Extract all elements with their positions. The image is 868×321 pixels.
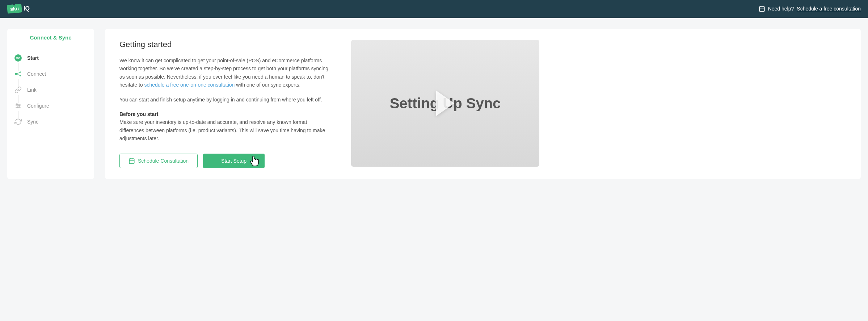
main-content: Getting started We know it can get compl… [105,29,861,179]
step-label: Configure [27,103,49,109]
step-label: Start [27,55,39,61]
svg-rect-15 [129,159,134,164]
sync-icon [14,118,22,125]
sidebar: Connect & Sync GO Start Connect Link [7,29,94,179]
intro-paragraph: We know it can get complicated to get yo… [119,57,329,89]
logo-suffix: IQ [24,5,30,12]
svg-point-4 [15,73,17,75]
play-icon [436,91,454,116]
svg-point-13 [19,105,20,106]
start-setup-button[interactable]: Start Setup [203,154,265,168]
content-left: Getting started We know it can get compl… [119,40,329,168]
help-text: Need help? [768,6,794,12]
step-label: Link [27,87,37,93]
svg-point-5 [20,71,21,72]
start-button-label: Start Setup [221,158,247,164]
connect-icon [14,70,22,78]
video-thumbnail[interactable]: Setting Up Sync [351,40,539,167]
svg-line-8 [17,74,20,75]
before-heading: Before you start [119,110,329,118]
step-link[interactable]: Link [14,82,87,98]
intro-text-b: with one of our sync experts. [235,82,300,88]
go-icon: GO [14,54,22,62]
schedule-consultation-link[interactable]: Schedule a free consultation [797,6,861,12]
before-paragraph: Before you start Make sure your inventor… [119,110,329,143]
step-label: Sync [27,119,38,125]
before-text: Make sure your inventory is up-to-date a… [119,119,325,141]
svg-point-6 [20,75,21,76]
main-container: Connect & Sync GO Start Connect Link [0,18,868,190]
calendar-icon [759,5,765,12]
help-section: Need help? Schedule a free consultation [759,5,861,12]
schedule-consultation-button[interactable]: Schedule Consultation [119,154,198,168]
configure-icon [14,102,22,109]
step-list: GO Start Connect Link Configure [7,46,94,133]
step-connect[interactable]: Connect [14,66,87,82]
step-start[interactable]: GO Start [14,50,87,66]
schedule-button-label: Schedule Consultation [138,158,189,164]
step-configure[interactable]: Configure [14,98,87,114]
calendar-icon [128,158,135,164]
resume-paragraph: You can start and finish setup anytime b… [119,96,329,104]
step-label: Connect [27,71,46,77]
sidebar-title: Connect & Sync [7,29,94,46]
consultation-inline-link[interactable]: schedule a free one-on-one consultation [144,82,235,88]
svg-point-14 [17,107,18,108]
link-icon [14,86,22,93]
svg-rect-0 [759,7,764,12]
top-header: sku IQ Need help? Schedule a free consul… [0,0,868,18]
button-row: Schedule Consultation Start Setup [119,154,329,168]
step-sync[interactable]: Sync [14,114,87,130]
page-title: Getting started [119,40,329,49]
svg-line-7 [17,72,20,74]
logo-badge: sku [7,4,22,13]
svg-point-12 [16,104,17,105]
logo[interactable]: sku IQ [7,4,30,13]
